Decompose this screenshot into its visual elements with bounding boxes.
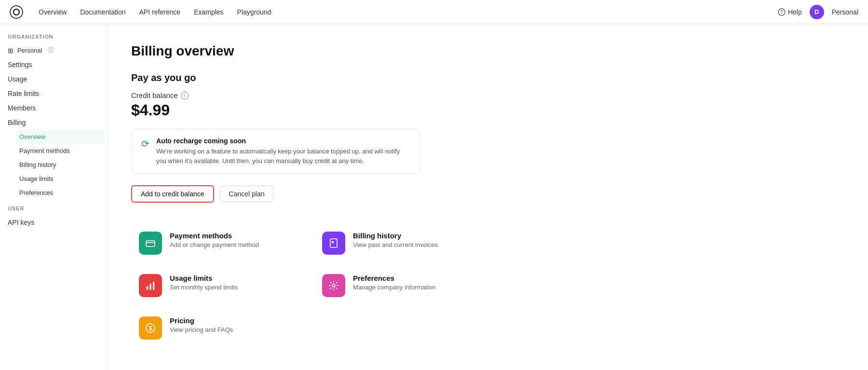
sidebar-item-payment-methods[interactable]: Payment methods <box>12 144 108 158</box>
user-section: USER API keys <box>0 206 108 230</box>
sidebar-item-usage-limits[interactable]: Usage limits <box>12 172 108 186</box>
nav-examples[interactable]: Examples <box>194 8 223 16</box>
main-content: Billing overview Pay as you go Credit ba… <box>108 24 868 370</box>
pricing-icon: $ <box>139 316 162 340</box>
help-icon: ? <box>778 8 786 16</box>
credit-balance-row: Credit balance i <box>131 91 845 99</box>
help-button[interactable]: ? Help <box>778 8 802 16</box>
sidebar-item-members[interactable]: Members <box>0 101 108 115</box>
sidebar-item-rate-limits[interactable]: Rate limits <box>0 86 108 101</box>
topnav-right: ? Help D Personal <box>778 5 858 19</box>
card-usage-title: Usage limits <box>170 274 238 282</box>
banner-desc: We're working on a feature to automatica… <box>156 147 410 165</box>
user-label[interactable]: Personal <box>832 8 858 16</box>
sidebar-item-overview[interactable]: Overview <box>15 130 104 144</box>
svg-point-0 <box>10 6 23 18</box>
sidebar-item-preferences[interactable]: Preferences <box>12 186 108 200</box>
credit-balance-label: Credit balance <box>131 91 178 99</box>
svg-rect-8 <box>150 284 151 290</box>
card-billing-content: Billing history View past and current in… <box>353 232 438 248</box>
card-billing-title: Billing history <box>353 232 438 240</box>
sidebar-item-api-keys[interactable]: API keys <box>0 215 108 230</box>
svg-rect-6 <box>332 241 334 243</box>
svg-text:?: ? <box>780 10 783 15</box>
org-section-label: ORGANIZATION <box>0 34 108 43</box>
action-buttons: Add to credit balance Cancel plan <box>131 185 845 203</box>
page-title: Billing overview <box>131 43 845 59</box>
nav-playground[interactable]: Playground <box>237 8 271 16</box>
topnav-links: Overview Documentation API reference Exa… <box>39 8 762 16</box>
usage-limits-icon <box>139 274 162 297</box>
banner-title: Auto recharge coming soon <box>156 137 410 145</box>
sidebar-item-settings[interactable]: Settings <box>0 57 108 72</box>
org-name: Personal <box>17 47 42 54</box>
billing-history-icon <box>322 232 345 255</box>
svg-rect-7 <box>147 286 148 290</box>
card-pricing-content: Pricing View pricing and FAQs <box>170 316 233 333</box>
card-preferences[interactable]: Preferences Manage company information <box>314 264 498 307</box>
add-to-credit-button[interactable]: Add to credit balance <box>131 185 214 203</box>
banner-content: Auto recharge coming soon We're working … <box>156 137 410 165</box>
svg-rect-5 <box>330 239 337 247</box>
recharge-icon: ⟳ <box>141 138 149 150</box>
payment-icon <box>139 232 162 255</box>
topnav: Overview Documentation API reference Exa… <box>0 0 868 24</box>
card-preferences-title: Preferences <box>353 274 435 282</box>
svg-point-10 <box>332 284 335 287</box>
card-billing-history[interactable]: Billing history View past and current in… <box>314 222 498 264</box>
svg-rect-3 <box>146 241 155 247</box>
card-usage-limits[interactable]: Usage limits Set monthly spend limits <box>131 264 314 307</box>
card-preferences-desc: Manage company information <box>353 284 435 291</box>
billing-subnav: Overview Payment methods Billing history… <box>0 130 108 200</box>
nav-documentation[interactable]: Documentation <box>80 8 125 16</box>
card-pricing-title: Pricing <box>170 316 233 325</box>
sidebar-item-billing-history[interactable]: Billing history <box>12 158 108 172</box>
cards-grid: Payment methods Add or change payment me… <box>131 222 498 349</box>
card-pricing[interactable]: $ Pricing View pricing and FAQs <box>131 307 314 349</box>
credit-info-icon[interactable]: i <box>181 92 189 99</box>
sidebar: ORGANIZATION ⊞ Personal ⓘ Settings Usage… <box>0 24 108 370</box>
user-section-label: USER <box>0 206 108 215</box>
card-billing-desc: View past and current invoices <box>353 241 438 248</box>
card-usage-desc: Set monthly spend limits <box>170 284 238 291</box>
card-payment-methods[interactable]: Payment methods Add or change payment me… <box>131 222 314 264</box>
layout: ORGANIZATION ⊞ Personal ⓘ Settings Usage… <box>0 24 868 370</box>
card-payment-title: Payment methods <box>170 232 259 240</box>
user-avatar[interactable]: D <box>810 5 824 19</box>
svg-text:$: $ <box>149 325 152 332</box>
org-icon: ⊞ <box>8 47 14 55</box>
svg-rect-9 <box>153 282 154 290</box>
card-usage-content: Usage limits Set monthly spend limits <box>170 274 238 291</box>
card-payment-content: Payment methods Add or change payment me… <box>170 232 259 248</box>
card-payment-desc: Add or change payment method <box>170 241 259 248</box>
auto-recharge-banner: ⟳ Auto recharge coming soon We're workin… <box>131 129 420 174</box>
nav-api-reference[interactable]: API reference <box>139 8 181 16</box>
card-preferences-content: Preferences Manage company information <box>353 274 435 291</box>
credit-amount: $4.99 <box>131 101 845 119</box>
sidebar-item-billing[interactable]: Billing <box>0 115 108 130</box>
openai-logo <box>10 5 23 19</box>
preferences-icon <box>322 274 345 297</box>
sidebar-item-usage[interactable]: Usage <box>0 72 108 86</box>
section-title: Pay as you go <box>131 72 845 83</box>
card-pricing-desc: View pricing and FAQs <box>170 326 233 333</box>
nav-overview[interactable]: Overview <box>39 8 67 16</box>
org-info-icon: ⓘ <box>48 46 54 55</box>
cancel-plan-button[interactable]: Cancel plan <box>220 186 274 202</box>
org-selector[interactable]: ⊞ Personal ⓘ <box>0 43 108 57</box>
